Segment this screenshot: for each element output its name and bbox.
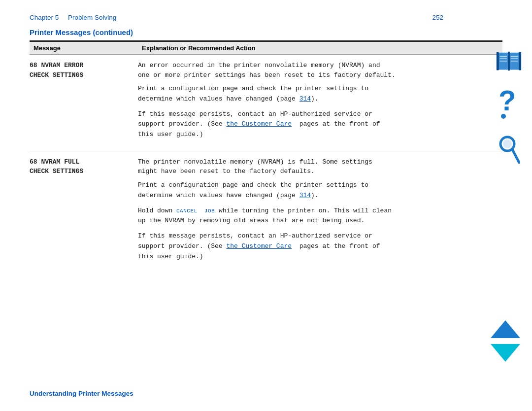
nvram-full-line2: CHECK SETTINGS — [30, 167, 138, 176]
svg-line-15 — [512, 149, 519, 163]
link-customer-care-1[interactable]: the Customer Care — [226, 120, 292, 128]
chapter-label: Chapter 5 — [30, 14, 59, 21]
chapter-topic: Chapter 5 Problem Solving — [30, 14, 116, 21]
nvram-error-line1: 68 NVRAM ERROR — [30, 61, 138, 70]
entry-nvram-error: 68 NVRAM ERROR CHECK SETTINGS An error o… — [30, 55, 502, 151]
page-header: Chapter 5 Problem Solving 252 — [30, 14, 502, 21]
nvram-full-detail-1: Print a configuration page and check the… — [138, 180, 502, 201]
nvram-error-code: 68 NVRAM ERROR CHECK SETTINGS — [30, 61, 138, 80]
table-header-row: Message Explanation or Recommended Actio… — [30, 42, 502, 55]
link-314-2[interactable]: 314 — [299, 192, 311, 199]
book-icon — [495, 49, 523, 74]
sidebar-icons: ? — [495, 49, 523, 164]
cancel-job-label: Cancel Job — [176, 208, 215, 214]
entry-nvram-full: 68 NVRAM FULL CHECK SETTINGS The printer… — [30, 151, 502, 273]
nvram-error-detail-2: If this message persists, contact an HP-… — [138, 109, 502, 140]
nvram-full-code: 68 NVRAM FULL CHECK SETTINGS — [30, 157, 138, 176]
svg-point-12 — [501, 114, 506, 119]
nvram-full-detail-3: If this message persists, contact an HP-… — [138, 231, 502, 262]
nvram-error-row: 68 NVRAM ERROR CHECK SETTINGS An error o… — [30, 61, 502, 80]
svg-rect-3 — [519, 52, 521, 70]
nvram-error-description: An error occurred in the printer nonvola… — [138, 61, 502, 80]
nvram-full-description: The printer nonvolatile memory (NVRAM) i… — [138, 157, 502, 176]
col-message-header: Message — [33, 44, 142, 52]
nvram-error-detail-1: Print a configuration page and check the… — [138, 84, 502, 104]
nvram-full-detail-2: Hold down Cancel Job while turning the p… — [138, 206, 502, 227]
page-container: Chapter 5 Problem Solving 252 Printer Me… — [0, 0, 532, 411]
col-explanation-header: Explanation or Recommended Action — [142, 44, 499, 52]
svg-point-14 — [503, 139, 512, 148]
footer-link[interactable]: Understanding Printer Messages — [30, 390, 133, 397]
question-icon: ? — [499, 90, 519, 119]
link-314-1[interactable]: 314 — [299, 95, 311, 103]
nvram-full-row: 68 NVRAM FULL CHECK SETTINGS The printer… — [30, 157, 502, 176]
link-customer-care-2[interactable]: the Customer Care — [226, 242, 292, 250]
svg-rect-4 — [508, 52, 510, 71]
arrow-up-button[interactable] — [491, 320, 520, 338]
footer-text: Understanding Printer Messages — [30, 390, 133, 397]
svg-rect-1 — [497, 52, 499, 70]
nvram-error-line2: CHECK SETTINGS — [30, 70, 138, 80]
topic-label: Problem Solving — [68, 14, 116, 21]
nav-arrows — [491, 320, 520, 362]
svg-text:?: ? — [499, 90, 516, 116]
arrow-down-button[interactable] — [491, 344, 520, 362]
page-number: 252 — [432, 14, 443, 21]
search-icon — [498, 135, 520, 164]
section-title: Printer Messages (continued) — [30, 28, 502, 36]
nvram-full-line1: 68 NVRAM FULL — [30, 157, 138, 167]
